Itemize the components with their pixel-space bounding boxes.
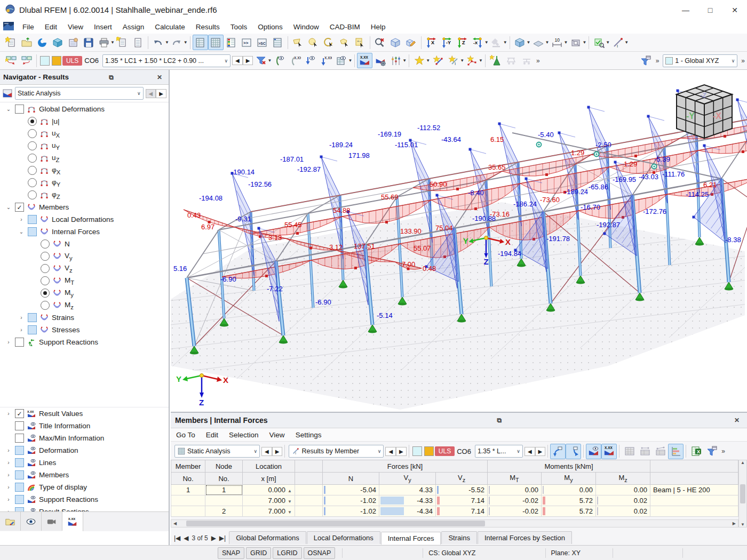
wedgex-icon[interactable]: X.XX — [601, 444, 617, 459]
expand-icon[interactable]: › — [17, 327, 26, 333]
panel-menu-edit[interactable]: Edit — [201, 430, 224, 440]
prev-analysis-button[interactable]: ◀ — [261, 447, 272, 456]
next-combination-button[interactable]: ▶ — [243, 56, 253, 65]
dropdown-caret[interactable]: ▼ — [624, 40, 629, 45]
dim-icon[interactable]: 10 — [549, 35, 565, 50]
checkbox[interactable] — [28, 227, 37, 236]
3d-viewport[interactable]: XYZXYZ-Y-X-Z5.16-6.90-7.22-6.90-5.140.43… — [171, 70, 747, 412]
axy-icon[interactable]: -Y — [439, 35, 455, 50]
dropdown-caret[interactable]: ▼ — [460, 58, 464, 63]
expand-icon[interactable]: › — [4, 460, 13, 466]
cell-location[interactable]: 7.000▼ — [243, 495, 295, 506]
expand-icon[interactable]: › — [17, 315, 26, 321]
checkbox[interactable] — [15, 470, 24, 479]
chartbars-icon[interactable] — [668, 444, 684, 459]
dropdown-caret[interactable]: ▼ — [348, 58, 352, 63]
cell-my[interactable]: 5.72 — [542, 495, 596, 506]
tree-item[interactable]: φX — [0, 164, 169, 177]
tgray2-icon[interactable] — [637, 444, 653, 459]
star-icon[interactable] — [411, 53, 427, 68]
dropdown-caret[interactable]: ▼ — [545, 40, 550, 45]
dropdown-caret[interactable]: ▼ — [484, 40, 489, 45]
tabeye-icon[interactable] — [333, 53, 349, 68]
bluarc2-icon[interactable] — [566, 444, 581, 459]
navtab-data[interactable] — [0, 512, 21, 531]
dropdown-caret[interactable]: ▼ — [582, 40, 586, 45]
color-swatch[interactable] — [412, 446, 422, 456]
tree-item[interactable]: Max/Min Information — [0, 432, 169, 444]
console-icon[interactable]: >> — [239, 35, 255, 50]
results-table[interactable]: MemberNodeLocationForces [kN]Moments [kN… — [171, 460, 738, 517]
cell-vy[interactable]: -4.34 — [379, 506, 436, 517]
starpoly-icon[interactable] — [464, 53, 480, 68]
bmodel-icon[interactable] — [50, 35, 65, 50]
tree-item[interactable]: ›Lines — [0, 457, 169, 469]
tree-item[interactable]: ›Deformation — [0, 444, 169, 457]
checkbox[interactable] — [15, 338, 24, 347]
table-tab-internal-forces[interactable]: Internal Forces — [381, 532, 441, 545]
sela-icon[interactable] — [290, 35, 306, 50]
panel-menu-settings[interactable]: Settings — [290, 430, 327, 440]
menu-file[interactable]: File — [17, 21, 39, 33]
cell-mt[interactable]: 0.00 — [488, 485, 542, 495]
analysis-selector[interactable]: Static Analysis∨ — [15, 87, 144, 100]
checkbox[interactable] — [15, 105, 24, 114]
close-panel-icon[interactable]: ✕ — [154, 74, 165, 81]
plane-icon[interactable] — [531, 35, 546, 50]
tree-item[interactable]: uY — [0, 140, 169, 152]
radio-button[interactable] — [41, 264, 50, 273]
tree-item[interactable]: Vz — [0, 262, 169, 275]
dropdown-caret[interactable]: ▼ — [426, 58, 430, 63]
menu-help[interactable]: Help — [365, 21, 391, 33]
navtab-results[interactable]: X.XX — [62, 512, 83, 531]
maximize-button[interactable]: □ — [698, 0, 722, 20]
cell-node[interactable]: 1 — [205, 485, 243, 495]
prev-mode-button[interactable]: ◀ — [385, 447, 396, 456]
overflow-chevron[interactable]: » — [654, 57, 662, 65]
tgray-icon[interactable] — [622, 444, 637, 459]
cell-n[interactable]: -5.04 — [323, 485, 379, 495]
starline-icon[interactable] — [430, 53, 446, 68]
checkbox[interactable] — [28, 325, 37, 334]
excel-icon[interactable]: X — [688, 444, 704, 459]
overflow-chevron[interactable]: » — [739, 57, 747, 65]
funnelw-icon[interactable] — [704, 444, 719, 459]
checkbox[interactable]: ✓ — [15, 409, 24, 418]
tree-item[interactable]: ›Support Reactions — [0, 493, 169, 506]
abacus-icon[interactable] — [388, 53, 403, 68]
radio-button[interactable] — [28, 166, 37, 175]
next-analysis-button[interactable]: ▶ — [272, 447, 283, 456]
next-table-button[interactable]: ▶ — [211, 534, 216, 542]
menu-assign[interactable]: Assign — [117, 21, 150, 33]
structure-model[interactable]: XYZXYZ-Y-X-Z — [171, 70, 747, 412]
expand-icon[interactable]: › — [4, 484, 13, 490]
radio-button[interactable] — [41, 276, 50, 285]
expand-icon[interactable]: › — [4, 411, 13, 417]
table-tab-global-deformations[interactable]: Global Deformations — [229, 531, 306, 544]
wedgeeye-icon[interactable] — [586, 444, 601, 459]
prev-table-button[interactable]: ◀ — [184, 534, 188, 542]
table-row[interactable]: 27.000▼-1.02-4.347.14-0.025.720.02 — [171, 506, 738, 517]
rel2-icon[interactable] — [19, 53, 34, 68]
conestar-icon[interactable] — [488, 53, 503, 68]
cell-my[interactable]: 0.00 — [542, 485, 596, 495]
cell-n[interactable]: -1.02 — [323, 506, 379, 517]
color-swatch[interactable] — [40, 56, 50, 66]
selc-icon[interactable] — [321, 35, 337, 50]
tree-item[interactable]: My — [0, 287, 169, 299]
radio-button[interactable] — [41, 289, 50, 298]
cell-my[interactable]: 5.72 — [542, 506, 596, 517]
panel-menu-goto[interactable]: Go To — [171, 430, 201, 440]
tree-item[interactable]: φZ — [0, 189, 169, 201]
tgray3-icon[interactable] — [653, 444, 668, 459]
radio-button[interactable] — [41, 301, 50, 310]
tree-item[interactable]: ›Type of display — [0, 481, 169, 493]
expand-icon[interactable]: › — [4, 447, 13, 453]
tree-item[interactable]: uZ — [0, 152, 169, 164]
doc-icon[interactable] — [130, 35, 146, 50]
prev-combination-button[interactable]: ◀ — [525, 447, 535, 456]
expand-icon[interactable]: › — [4, 497, 13, 502]
radio-button[interactable] — [28, 154, 37, 163]
expand-icon[interactable]: › — [17, 217, 26, 222]
next-mode-button[interactable]: ▶ — [396, 447, 407, 456]
